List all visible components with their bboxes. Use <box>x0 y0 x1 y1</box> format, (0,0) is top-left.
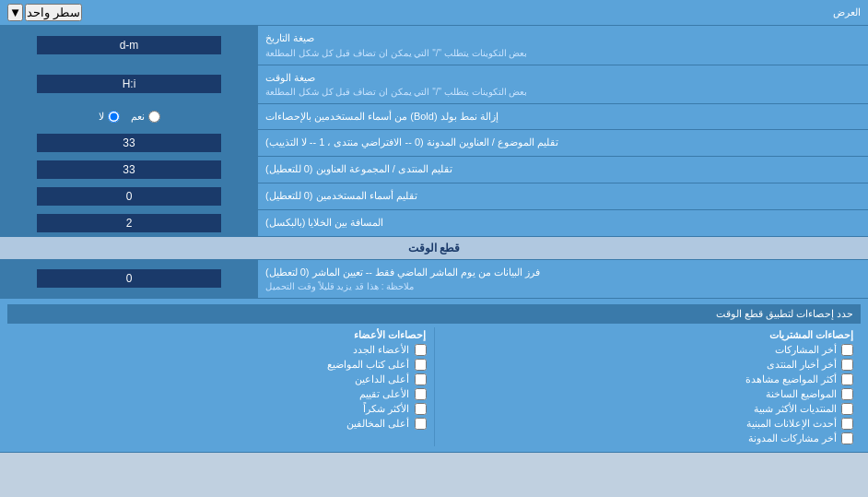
list-item: أخر مشاركات المدونة <box>442 432 854 444</box>
checkboxes-grid: إحصاءات المشتريات أخر المشاركات أخر أخبا… <box>7 327 861 446</box>
checkbox-hot[interactable] <box>841 388 853 400</box>
bold-usernames-title: إزالة نمط بولد (Bold) من أسماء المستخدمي… <box>265 109 499 124</box>
forum-group-title: تقليم المنتدى / المجموعة العناوين (0 للت… <box>265 161 452 177</box>
date-format-row: صيغة التاريخ بعض التكوينات يتطلب "/" الت… <box>0 26 868 65</box>
dropdown-arrow-icon: ▼ <box>9 6 21 19</box>
checkbox-col-1: إحصاءات المشتريات أخر المشاركات أخر أخبا… <box>435 327 862 446</box>
topic-titles-input-container <box>0 130 258 156</box>
radio-no[interactable] <box>108 111 120 123</box>
list-item: الأعلى تقييم <box>15 388 427 400</box>
checkbox-viewed[interactable] <box>841 373 853 385</box>
cell-gap-input[interactable] <box>37 214 221 232</box>
time-format-label: صيغة الوقت بعض التكوينات يتطلب "/" التي … <box>258 65 868 104</box>
forum-group-input[interactable] <box>37 160 221 179</box>
col1-header-text: إحصاءات المشتريات <box>769 329 853 341</box>
label-most-thanked: الأكثر شكراً <box>363 403 409 415</box>
radio-no-text: لا <box>99 111 104 123</box>
checkbox-blog-posts[interactable] <box>841 432 853 444</box>
label-similar: المنتديات الأكثر شبية <box>754 403 837 415</box>
checkbox-col2-header: إحصاءات الأعضاء <box>15 329 427 341</box>
cell-gap-title: المسافة بين الخلايا (بالبكسل) <box>265 215 384 231</box>
label-blog-posts: أخر مشاركات المدونة <box>748 432 837 444</box>
date-format-input-container <box>0 26 258 65</box>
dropdown-button[interactable]: سطر واحد <box>25 4 82 21</box>
label-hot: المواضيع الساخنة <box>766 388 837 400</box>
topic-titles-label: تقليم الموضوع / العناوين المدونة (0 -- ا… <box>258 130 868 156</box>
user-names-input-container <box>0 183 258 209</box>
label-viewed: أكثر المواضيع مشاهدة <box>745 373 837 385</box>
realtime-label: فرز البيانات من يوم الماشر الماضي فقط --… <box>258 260 868 299</box>
list-item: المنتديات الأكثر شبية <box>442 403 854 415</box>
user-names-input[interactable] <box>37 187 221 206</box>
checkboxes-header-text: حدد إحصاءات لتطبيق قطع الوقت <box>716 308 853 319</box>
topic-titles-title: تقليم الموضوع / العناوين المدونة (0 -- ا… <box>265 135 558 150</box>
dropdown-arrow-button[interactable]: ▼ <box>7 4 23 21</box>
realtime-input-container <box>0 260 258 299</box>
list-item: أخر المشاركات <box>442 344 854 356</box>
time-format-sublabel: بعض التكوينات يتطلب "/" التي يمكن ان تضا… <box>265 85 527 99</box>
checkbox-posts[interactable] <box>841 344 853 356</box>
user-names-title: تقليم أسماء المستخدمين (0 للتعطيل) <box>265 188 417 204</box>
time-format-row: صيغة الوقت بعض التكوينات يتطلب "/" التي … <box>0 65 868 105</box>
cell-gap-row: المسافة بين الخلايا (بالبكسل) <box>0 210 868 237</box>
label-announcements: أحدث الإعلانات المبنية <box>746 418 837 430</box>
bold-usernames-input-container: نعم لا <box>0 104 258 129</box>
realtime-section-title: قطع الوقت <box>408 242 460 254</box>
list-item: أعلى كتاب المواضيع <box>15 359 427 371</box>
label-top-writers: أعلى كتاب المواضيع <box>327 359 409 371</box>
time-format-input[interactable] <box>37 75 221 93</box>
radio-yes-label[interactable]: نعم <box>131 111 160 123</box>
list-item: الأكثر شكراً <box>15 403 427 415</box>
date-format-sublabel: بعض التكوينات يتطلب "/" التي يمكن ان تضا… <box>265 46 527 60</box>
radio-yes[interactable] <box>148 111 160 123</box>
user-names-row: تقليم أسماء المستخدمين (0 للتعطيل) <box>0 183 868 210</box>
checkbox-top-inviters[interactable] <box>415 373 427 385</box>
list-item: الأعضاء الجدد <box>15 344 427 356</box>
realtime-input[interactable] <box>37 269 221 288</box>
cell-gap-label: المسافة بين الخلايا (بالبكسل) <box>258 210 868 236</box>
radio-no-label[interactable]: لا <box>99 111 120 123</box>
forum-group-input-container <box>0 157 258 183</box>
label-top-rated: الأعلى تقييم <box>359 388 409 400</box>
checkbox-announcements[interactable] <box>841 418 853 430</box>
dropdown-label: سطر واحد <box>27 6 80 19</box>
checkbox-col-2: إحصاءات الأعضاء الأعضاء الجدد أعلى كتاب … <box>7 327 434 446</box>
checkbox-new-members[interactable] <box>415 344 427 356</box>
radio-yes-text: نعم <box>131 111 145 123</box>
header-label: العرض <box>82 6 861 18</box>
date-format-input[interactable] <box>37 36 221 54</box>
bold-radio-group: نعم لا <box>99 111 160 123</box>
header-row: العرض سطر واحد ▼ <box>0 0 868 26</box>
forum-group-row: تقليم المنتدى / المجموعة العناوين (0 للت… <box>0 157 868 183</box>
label-top-violators: أعلى المخالفين <box>346 418 409 430</box>
checkboxes-header: حدد إحصاءات لتطبيق قطع الوقت <box>7 304 861 324</box>
cell-gap-input-container <box>0 210 258 236</box>
realtime-section-header: قطع الوقت <box>0 237 868 260</box>
list-item: أعلى المخالفين <box>15 418 427 430</box>
checkbox-similar[interactable] <box>841 403 853 415</box>
checkbox-top-violators[interactable] <box>415 418 427 430</box>
checkbox-most-thanked[interactable] <box>415 403 427 415</box>
list-item: أخر أخبار المنتدى <box>442 359 854 371</box>
checkbox-top-writers[interactable] <box>415 359 427 371</box>
checkbox-top-rated[interactable] <box>415 388 427 400</box>
user-names-label: تقليم أسماء المستخدمين (0 للتعطيل) <box>258 183 868 209</box>
date-format-label: صيغة التاريخ بعض التكوينات يتطلب "/" الت… <box>258 26 868 65</box>
topic-titles-input[interactable] <box>37 134 221 152</box>
label-news: أخر أخبار المنتدى <box>767 359 837 371</box>
list-item: أكثر المواضيع مشاهدة <box>442 373 854 385</box>
bold-usernames-row: إزالة نمط بولد (Bold) من أسماء المستخدمي… <box>0 104 868 130</box>
topic-titles-row: تقليم الموضوع / العناوين المدونة (0 -- ا… <box>0 130 868 157</box>
list-item: أعلى الداعين <box>15 373 427 385</box>
realtime-row: فرز البيانات من يوم الماشر الماضي فقط --… <box>0 260 868 300</box>
checkboxes-section: حدد إحصاءات لتطبيق قطع الوقت إحصاءات الم… <box>0 299 868 453</box>
realtime-note: ملاحظة : هذا قد يزيد قليلاً وقت التحميل <box>265 279 414 293</box>
label-new-members: الأعضاء الجدد <box>353 344 409 356</box>
list-item: المواضيع الساخنة <box>442 388 854 400</box>
dropdown-container: سطر واحد ▼ <box>7 4 82 21</box>
checkbox-news[interactable] <box>841 359 853 371</box>
col-divider <box>434 327 435 446</box>
checkbox-col1-header: إحصاءات المشتريات <box>442 329 854 341</box>
date-format-title: صيغة التاريخ <box>265 30 314 46</box>
label-posts: أخر المشاركات <box>775 344 837 356</box>
